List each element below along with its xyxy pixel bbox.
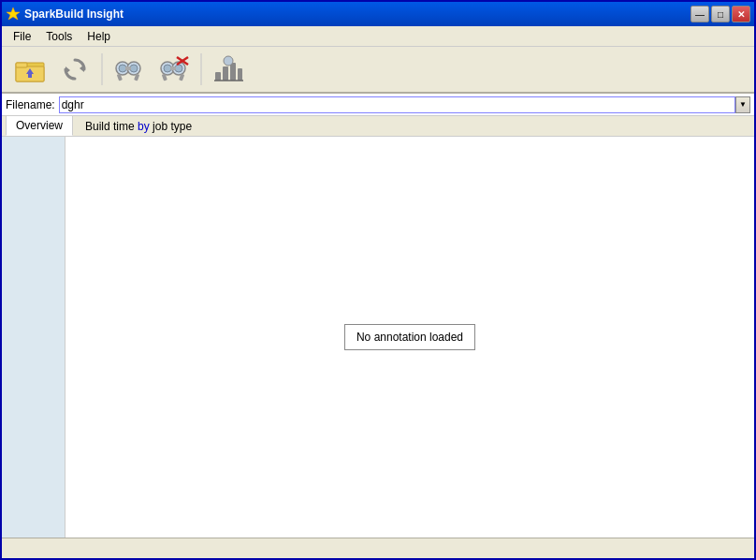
svg-rect-18 [170,66,176,70]
filename-label: Filename: [6,98,55,111]
menu-bar: File Tools Help [2,26,754,47]
svg-marker-6 [65,66,70,74]
title-bar: SparkBuild Insight — □ ✕ [2,2,754,26]
close-button[interactable]: ✕ [732,6,750,22]
svg-point-28 [224,56,233,66]
minimize-button[interactable]: — [691,6,709,22]
menu-file[interactable]: File [6,28,38,45]
svg-rect-24 [223,66,228,81]
tab-build-time-label-plain1: Build time [85,120,138,133]
svg-rect-11 [125,66,131,70]
toolbar-separator-1 [101,53,103,85]
filename-bar: Filename: ▼ [2,94,754,116]
menu-help[interactable]: Help [80,28,118,45]
main-window: SparkBuild Insight — □ ✕ File Tools Help [0,0,756,560]
menu-tools[interactable]: Tools [38,28,80,45]
toolbar [2,47,754,94]
filename-input[interactable] [59,96,735,113]
no-annotation-message: No annotation loaded [344,324,475,350]
svg-marker-0 [7,7,20,20]
tab-overview[interactable]: Overview [6,115,73,136]
tab-overview-label: Overview [16,119,63,132]
svg-point-15 [164,65,171,72]
search-button[interactable] [109,51,150,88]
chart-button[interactable] [208,51,249,88]
svg-rect-25 [230,63,236,81]
tab-build-time-label-link: by [138,120,150,133]
svg-point-10 [130,65,138,72]
svg-point-8 [119,65,126,72]
svg-rect-3 [16,63,27,67]
main-content: No annotation loaded [2,137,754,538]
content-area: No annotation loaded [65,137,754,538]
svg-rect-26 [238,68,242,81]
tab-build-time[interactable]: Build time by job type [75,116,202,136]
svg-point-17 [175,65,182,72]
toolbar-separator-2 [200,53,202,85]
window-controls: — □ ✕ [691,6,750,22]
status-bar [2,538,754,558]
svg-rect-23 [215,72,221,81]
tab-bar: Overview Build time by job type [2,116,754,137]
maximize-button[interactable]: □ [711,6,730,22]
svg-marker-5 [80,65,84,72]
search-cancel-button[interactable] [153,51,195,88]
sidebar [2,137,65,538]
filename-dropdown[interactable]: ▼ [735,96,750,113]
tab-build-time-label-plain2: job type [150,120,192,133]
refresh-button[interactable] [54,51,95,88]
app-icon [6,7,21,22]
window-title: SparkBuild Insight [24,7,691,21]
open-folder-button[interactable] [9,51,51,88]
